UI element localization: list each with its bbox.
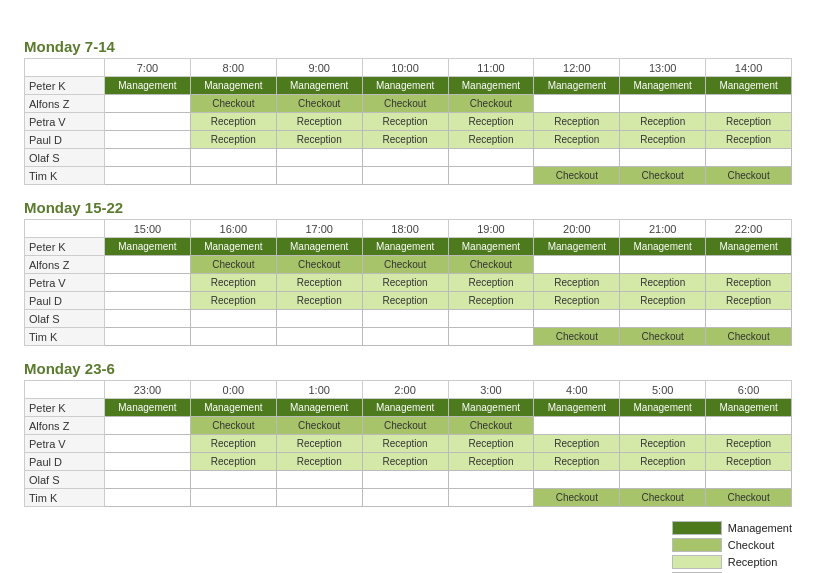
section-section2: Monday 15-2215:0016:0017:0018:0019:0020:… bbox=[24, 199, 792, 346]
section-title-section2: Monday 15-22 bbox=[24, 199, 792, 216]
legend-color-mgmt bbox=[672, 521, 722, 535]
schedule-cell: Management bbox=[534, 238, 620, 256]
schedule-cell bbox=[448, 328, 534, 346]
schedule-cell: Management bbox=[362, 238, 448, 256]
schedule-cell: Checkout bbox=[190, 417, 276, 435]
col-header-hour-1: 16:00 bbox=[190, 220, 276, 238]
schedule-cell: Reception bbox=[620, 453, 706, 471]
schedule-cell bbox=[105, 435, 191, 453]
legend-item-reception: Reception bbox=[672, 555, 792, 569]
legend: ManagementCheckoutReceptionIllness bbox=[672, 521, 792, 573]
schedule-cell: Reception bbox=[448, 113, 534, 131]
schedule-cell: Checkout bbox=[706, 328, 792, 346]
legend-color-reception bbox=[672, 555, 722, 569]
schedule-cell: Reception bbox=[706, 274, 792, 292]
schedule-cell bbox=[362, 310, 448, 328]
employee-name: Paul D bbox=[25, 453, 105, 471]
legend-color-checkout bbox=[672, 538, 722, 552]
schedule-cell: Reception bbox=[534, 131, 620, 149]
employee-name: Paul D bbox=[25, 292, 105, 310]
employee-name: Tim K bbox=[25, 489, 105, 507]
legend-label-mgmt: Management bbox=[728, 522, 792, 534]
schedule-cell bbox=[706, 417, 792, 435]
col-header-hour-6: 21:00 bbox=[620, 220, 706, 238]
schedule-cell: Reception bbox=[448, 274, 534, 292]
schedule-cell bbox=[448, 489, 534, 507]
schedule-cell bbox=[448, 167, 534, 185]
table-row: Petra VReceptionReceptionReceptionRecept… bbox=[25, 113, 792, 131]
schedule-cell: Reception bbox=[362, 131, 448, 149]
schedule-cell bbox=[276, 489, 362, 507]
col-header-hour-5: 4:00 bbox=[534, 381, 620, 399]
col-header-name bbox=[25, 220, 105, 238]
schedule-cell bbox=[105, 149, 191, 167]
employee-name: Olaf S bbox=[25, 149, 105, 167]
schedule-cell: Reception bbox=[448, 292, 534, 310]
legend-label-checkout: Checkout bbox=[728, 539, 774, 551]
schedule-cell: Reception bbox=[706, 292, 792, 310]
schedule-cell bbox=[620, 95, 706, 113]
schedule-cell bbox=[105, 489, 191, 507]
section-title-section3: Monday 23-6 bbox=[24, 360, 792, 377]
schedule-cell: Management bbox=[448, 399, 534, 417]
schedule-cell: Checkout bbox=[276, 95, 362, 113]
schedule-cell bbox=[706, 95, 792, 113]
schedule-cell: Reception bbox=[534, 453, 620, 471]
schedule-cell: Checkout bbox=[620, 328, 706, 346]
col-header-hour-3: 18:00 bbox=[362, 220, 448, 238]
schedule-cell: Reception bbox=[448, 453, 534, 471]
table-row: Peter KManagementManagementManagementMan… bbox=[25, 238, 792, 256]
schedule-cell bbox=[105, 328, 191, 346]
schedule-cell bbox=[190, 471, 276, 489]
schedule-table-section2: 15:0016:0017:0018:0019:0020:0021:0022:00… bbox=[24, 219, 792, 346]
employee-name: Alfons Z bbox=[25, 256, 105, 274]
schedule-cell: Reception bbox=[190, 274, 276, 292]
schedule-cell: Management bbox=[276, 238, 362, 256]
schedule-cell: Reception bbox=[276, 435, 362, 453]
schedule-cell bbox=[534, 256, 620, 274]
schedule-cell bbox=[105, 167, 191, 185]
legend-item-mgmt: Management bbox=[672, 521, 792, 535]
schedule-cell bbox=[620, 149, 706, 167]
schedule-cell bbox=[448, 310, 534, 328]
schedule-cell: Reception bbox=[362, 453, 448, 471]
col-header-hour-1: 8:00 bbox=[190, 59, 276, 77]
table-row: Paul DReceptionReceptionReceptionRecepti… bbox=[25, 453, 792, 471]
col-header-hour-7: 6:00 bbox=[706, 381, 792, 399]
col-header-hour-5: 12:00 bbox=[534, 59, 620, 77]
schedule-cell: Reception bbox=[706, 113, 792, 131]
schedule-cell: Checkout bbox=[362, 95, 448, 113]
schedule-cell: Management bbox=[190, 77, 276, 95]
schedule-cell: Checkout bbox=[448, 95, 534, 113]
schedule-cell: Management bbox=[362, 399, 448, 417]
schedule-cell bbox=[190, 489, 276, 507]
schedule-cell bbox=[706, 471, 792, 489]
col-header-hour-7: 22:00 bbox=[706, 220, 792, 238]
schedule-cell bbox=[276, 328, 362, 346]
schedule-cell: Checkout bbox=[276, 256, 362, 274]
schedule-cell: Reception bbox=[448, 435, 534, 453]
legend-item-checkout: Checkout bbox=[672, 538, 792, 552]
schedule-cell: Management bbox=[620, 77, 706, 95]
schedule-cell bbox=[362, 471, 448, 489]
col-header-hour-1: 0:00 bbox=[190, 381, 276, 399]
schedule-cell: Checkout bbox=[276, 417, 362, 435]
employee-name: Tim K bbox=[25, 328, 105, 346]
schedule-cell: Management bbox=[105, 238, 191, 256]
schedule-cell: Checkout bbox=[620, 167, 706, 185]
schedule-cell: Management bbox=[706, 399, 792, 417]
schedule-cell bbox=[105, 131, 191, 149]
table-row: Petra VReceptionReceptionReceptionRecept… bbox=[25, 274, 792, 292]
schedule-cell bbox=[190, 167, 276, 185]
schedule-cell: Reception bbox=[276, 274, 362, 292]
schedule-cell: Checkout bbox=[362, 417, 448, 435]
section-section3: Monday 23-623:000:001:002:003:004:005:00… bbox=[24, 360, 792, 507]
schedule-cell: Reception bbox=[276, 292, 362, 310]
schedule-cell bbox=[276, 471, 362, 489]
schedule-cell bbox=[190, 328, 276, 346]
schedule-cell bbox=[105, 256, 191, 274]
schedule-cell: Management bbox=[534, 77, 620, 95]
sections-container: Monday 7-147:008:009:0010:0011:0012:0013… bbox=[24, 38, 792, 507]
schedule-cell: Reception bbox=[534, 274, 620, 292]
schedule-cell: Reception bbox=[362, 435, 448, 453]
